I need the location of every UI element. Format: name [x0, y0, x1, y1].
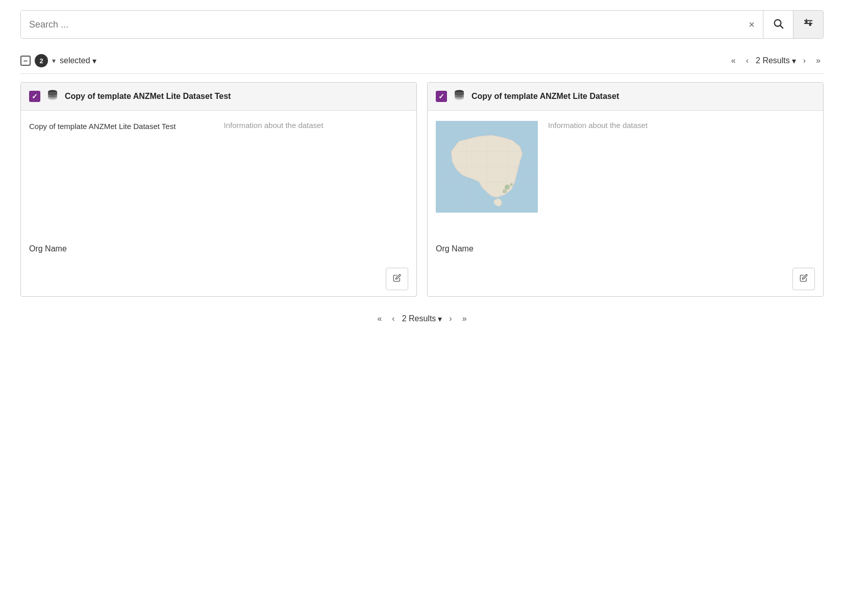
search-submit-button[interactable]	[763, 11, 793, 38]
select-all-wrapper	[20, 56, 31, 66]
svg-point-7	[809, 24, 811, 25]
results-dropdown-arrow: ▾	[792, 56, 796, 66]
result-card-1: Copy of template ANZMet Lite Dataset Tes…	[20, 82, 417, 297]
selection-controls: 2 ▾ selected ▾	[20, 54, 96, 67]
card-2-info: Information about the dataset	[548, 121, 815, 130]
svg-point-13	[510, 183, 513, 186]
card-2-title: Copy of template ANZMet Lite Dataset	[471, 91, 619, 102]
card-1-footer	[21, 264, 416, 296]
results-grid: Copy of template ANZMet Lite Dataset Tes…	[20, 82, 824, 297]
card-1-name: Copy of template ANZMet Lite Dataset Tes…	[29, 121, 214, 136]
card-2-edit-button[interactable]	[792, 268, 815, 290]
bottom-next-page-button[interactable]: ›	[446, 312, 455, 325]
card-1-header: Copy of template ANZMet Lite Dataset Tes…	[21, 83, 416, 111]
pencil-icon-2	[800, 274, 808, 284]
selected-dropdown-arrow: ▾	[92, 56, 96, 66]
card-1-org: Org Name	[29, 234, 408, 253]
bottom-results-dropdown-button[interactable]: 2 Results ▾	[402, 314, 442, 324]
card-1-text-body: Copy of template ANZMet Lite Dataset Tes…	[29, 121, 408, 136]
selected-count-badge: 2	[35, 54, 48, 67]
card-1-edit-button[interactable]	[386, 268, 408, 290]
pagination-controls: « ‹ 2 Results ▾ › »	[728, 54, 824, 67]
card-2-checkbox[interactable]	[436, 91, 447, 102]
dataset-icon-1	[46, 89, 59, 104]
bottom-results-dropdown-arrow: ▾	[438, 314, 442, 324]
search-input[interactable]	[21, 11, 740, 38]
bottom-pagination: « ‹ 2 Results ▾ › »	[20, 312, 824, 325]
bottom-first-page-button[interactable]: «	[374, 312, 385, 325]
card-1-info: Information about the dataset	[224, 121, 409, 136]
card-2-content: Information about the dataset	[436, 121, 815, 234]
card-2-map-section	[436, 121, 538, 213]
select-all-checkbox[interactable]	[20, 56, 31, 66]
card-2-org: Org Name	[436, 234, 815, 253]
selected-label[interactable]: selected ▾	[60, 56, 96, 66]
search-icon	[773, 18, 784, 32]
search-bar: ×	[20, 10, 824, 39]
results-toolbar: 2 ▾ selected ▾ « ‹ 2 Results ▾ › »	[20, 54, 824, 74]
count-dropdown-arrow[interactable]: ▾	[52, 57, 56, 65]
search-filter-button[interactable]	[793, 11, 823, 38]
svg-point-6	[806, 21, 807, 22]
pencil-icon-1	[393, 274, 401, 284]
next-page-button[interactable]: ›	[800, 54, 809, 67]
close-icon: ×	[749, 19, 755, 31]
results-dropdown-button[interactable]: 2 Results ▾	[756, 56, 796, 66]
prev-page-button[interactable]: ‹	[743, 54, 752, 67]
search-clear-button[interactable]: ×	[740, 11, 763, 38]
bottom-prev-page-button[interactable]: ‹	[389, 312, 398, 325]
card-2-header: Copy of template ANZMet Lite Dataset	[428, 83, 823, 111]
filter-icon	[803, 18, 814, 32]
last-page-button[interactable]: »	[813, 54, 824, 67]
card-2-footer	[428, 264, 823, 296]
bottom-last-page-button[interactable]: »	[459, 312, 470, 325]
card-1-checkbox[interactable]	[29, 91, 40, 102]
first-page-button[interactable]: «	[728, 54, 739, 67]
card-2-body: Information about the dataset Org Name	[428, 111, 823, 264]
card-1-title: Copy of template ANZMet Lite Dataset Tes…	[65, 91, 231, 102]
svg-point-12	[503, 189, 507, 193]
dataset-icon-2	[453, 89, 465, 104]
svg-line-1	[780, 25, 783, 28]
card-2-map	[436, 121, 538, 213]
result-card-2: Copy of template ANZMet Lite Dataset	[427, 82, 824, 297]
card-1-body: Copy of template ANZMet Lite Dataset Tes…	[21, 111, 416, 264]
